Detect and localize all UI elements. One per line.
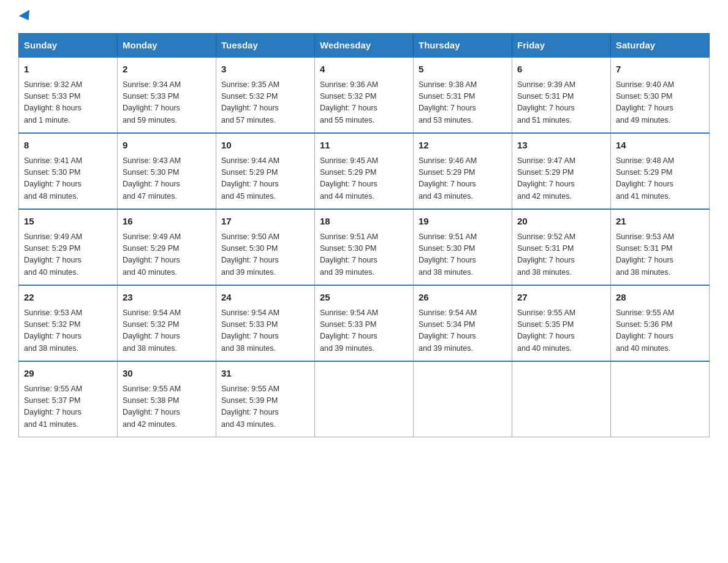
header-saturday: Saturday	[611, 34, 710, 58]
calendar-header-row: SundayMondayTuesdayWednesdayThursdayFrid…	[19, 34, 710, 58]
day-number: 21	[616, 215, 704, 229]
calendar-cell: 6Sunrise: 9:39 AM Sunset: 5:31 PM Daylig…	[512, 57, 611, 133]
day-info: Sunrise: 9:34 AM Sunset: 5:33 PM Dayligh…	[123, 79, 211, 127]
calendar-cell: 3Sunrise: 9:35 AM Sunset: 5:32 PM Daylig…	[216, 57, 315, 133]
calendar-cell: 12Sunrise: 9:46 AM Sunset: 5:29 PM Dayli…	[414, 133, 512, 209]
day-number: 29	[24, 367, 112, 381]
calendar-cell: 29Sunrise: 9:55 AM Sunset: 5:37 PM Dayli…	[19, 361, 118, 437]
day-info: Sunrise: 9:38 AM Sunset: 5:31 PM Dayligh…	[419, 79, 507, 127]
calendar-cell: 26Sunrise: 9:54 AM Sunset: 5:34 PM Dayli…	[414, 285, 512, 361]
day-info: Sunrise: 9:51 AM Sunset: 5:30 PM Dayligh…	[419, 231, 507, 279]
calendar-cell	[512, 361, 611, 437]
header-thursday: Thursday	[414, 34, 512, 58]
calendar-cell	[315, 361, 414, 437]
calendar-table: SundayMondayTuesdayWednesdayThursdayFrid…	[18, 33, 710, 437]
calendar-cell: 30Sunrise: 9:55 AM Sunset: 5:38 PM Dayli…	[118, 361, 216, 437]
day-info: Sunrise: 9:55 AM Sunset: 5:35 PM Dayligh…	[517, 307, 605, 355]
day-number: 28	[616, 291, 704, 305]
calendar-cell: 19Sunrise: 9:51 AM Sunset: 5:30 PM Dayli…	[414, 209, 512, 285]
calendar-cell: 31Sunrise: 9:55 AM Sunset: 5:39 PM Dayli…	[216, 361, 315, 437]
header-sunday: Sunday	[19, 34, 118, 58]
day-number: 7	[616, 63, 704, 77]
day-number: 15	[24, 215, 112, 229]
calendar-cell: 7Sunrise: 9:40 AM Sunset: 5:30 PM Daylig…	[611, 57, 710, 133]
calendar-cell: 15Sunrise: 9:49 AM Sunset: 5:29 PM Dayli…	[19, 209, 118, 285]
calendar-cell: 22Sunrise: 9:53 AM Sunset: 5:32 PM Dayli…	[19, 285, 118, 361]
logo-triangle-icon	[19, 10, 34, 23]
day-info: Sunrise: 9:52 AM Sunset: 5:31 PM Dayligh…	[517, 231, 605, 279]
week-row-3: 15Sunrise: 9:49 AM Sunset: 5:29 PM Dayli…	[19, 209, 710, 285]
calendar-cell: 21Sunrise: 9:53 AM Sunset: 5:31 PM Dayli…	[611, 209, 710, 285]
calendar-cell: 28Sunrise: 9:55 AM Sunset: 5:36 PM Dayli…	[611, 285, 710, 361]
header-friday: Friday	[512, 34, 611, 58]
header-monday: Monday	[118, 34, 216, 58]
day-number: 31	[221, 367, 309, 381]
calendar-cell: 24Sunrise: 9:54 AM Sunset: 5:33 PM Dayli…	[216, 285, 315, 361]
day-info: Sunrise: 9:35 AM Sunset: 5:32 PM Dayligh…	[221, 79, 309, 127]
logo	[18, 12, 32, 21]
day-number: 22	[24, 291, 112, 305]
calendar-cell: 18Sunrise: 9:51 AM Sunset: 5:30 PM Dayli…	[315, 209, 414, 285]
day-info: Sunrise: 9:53 AM Sunset: 5:32 PM Dayligh…	[24, 307, 112, 355]
day-number: 9	[123, 139, 211, 153]
calendar-cell: 2Sunrise: 9:34 AM Sunset: 5:33 PM Daylig…	[118, 57, 216, 133]
header-wednesday: Wednesday	[315, 34, 414, 58]
day-number: 18	[320, 215, 408, 229]
day-number: 1	[24, 63, 112, 77]
day-info: Sunrise: 9:32 AM Sunset: 5:33 PM Dayligh…	[24, 79, 112, 127]
day-info: Sunrise: 9:41 AM Sunset: 5:30 PM Dayligh…	[24, 155, 112, 203]
day-info: Sunrise: 9:45 AM Sunset: 5:29 PM Dayligh…	[320, 155, 408, 203]
day-info: Sunrise: 9:54 AM Sunset: 5:32 PM Dayligh…	[123, 307, 211, 355]
calendar-cell: 17Sunrise: 9:50 AM Sunset: 5:30 PM Dayli…	[216, 209, 315, 285]
day-info: Sunrise: 9:55 AM Sunset: 5:36 PM Dayligh…	[616, 307, 704, 355]
calendar-cell: 25Sunrise: 9:54 AM Sunset: 5:33 PM Dayli…	[315, 285, 414, 361]
day-number: 10	[221, 139, 309, 153]
day-number: 27	[517, 291, 605, 305]
calendar-cell: 16Sunrise: 9:49 AM Sunset: 5:29 PM Dayli…	[118, 209, 216, 285]
day-info: Sunrise: 9:54 AM Sunset: 5:34 PM Dayligh…	[419, 307, 507, 355]
day-number: 23	[123, 291, 211, 305]
day-info: Sunrise: 9:50 AM Sunset: 5:30 PM Dayligh…	[221, 231, 309, 279]
day-number: 25	[320, 291, 408, 305]
calendar-cell: 13Sunrise: 9:47 AM Sunset: 5:29 PM Dayli…	[512, 133, 611, 209]
day-number: 19	[419, 215, 507, 229]
calendar-cell: 14Sunrise: 9:48 AM Sunset: 5:29 PM Dayli…	[611, 133, 710, 209]
week-row-4: 22Sunrise: 9:53 AM Sunset: 5:32 PM Dayli…	[19, 285, 710, 361]
calendar-cell: 23Sunrise: 9:54 AM Sunset: 5:32 PM Dayli…	[118, 285, 216, 361]
week-row-1: 1Sunrise: 9:32 AM Sunset: 5:33 PM Daylig…	[19, 57, 710, 133]
day-info: Sunrise: 9:43 AM Sunset: 5:30 PM Dayligh…	[123, 155, 211, 203]
day-number: 16	[123, 215, 211, 229]
day-number: 26	[419, 291, 507, 305]
day-info: Sunrise: 9:55 AM Sunset: 5:38 PM Dayligh…	[123, 383, 211, 431]
day-info: Sunrise: 9:49 AM Sunset: 5:29 PM Dayligh…	[24, 231, 112, 279]
calendar-cell: 11Sunrise: 9:45 AM Sunset: 5:29 PM Dayli…	[315, 133, 414, 209]
header-tuesday: Tuesday	[216, 34, 315, 58]
day-number: 8	[24, 139, 112, 153]
day-info: Sunrise: 9:48 AM Sunset: 5:29 PM Dayligh…	[616, 155, 704, 203]
day-number: 24	[221, 291, 309, 305]
day-number: 5	[419, 63, 507, 77]
day-number: 4	[320, 63, 408, 77]
calendar-cell: 9Sunrise: 9:43 AM Sunset: 5:30 PM Daylig…	[118, 133, 216, 209]
day-number: 3	[221, 63, 309, 77]
day-number: 17	[221, 215, 309, 229]
day-info: Sunrise: 9:53 AM Sunset: 5:31 PM Dayligh…	[616, 231, 704, 279]
day-info: Sunrise: 9:49 AM Sunset: 5:29 PM Dayligh…	[123, 231, 211, 279]
page-header	[18, 12, 710, 21]
day-info: Sunrise: 9:39 AM Sunset: 5:31 PM Dayligh…	[517, 79, 605, 127]
day-info: Sunrise: 9:55 AM Sunset: 5:39 PM Dayligh…	[221, 383, 309, 431]
day-number: 12	[419, 139, 507, 153]
week-row-2: 8Sunrise: 9:41 AM Sunset: 5:30 PM Daylig…	[19, 133, 710, 209]
calendar-cell: 8Sunrise: 9:41 AM Sunset: 5:30 PM Daylig…	[19, 133, 118, 209]
calendar-cell: 27Sunrise: 9:55 AM Sunset: 5:35 PM Dayli…	[512, 285, 611, 361]
day-number: 2	[123, 63, 211, 77]
day-number: 30	[123, 367, 211, 381]
calendar-cell: 10Sunrise: 9:44 AM Sunset: 5:29 PM Dayli…	[216, 133, 315, 209]
day-info: Sunrise: 9:51 AM Sunset: 5:30 PM Dayligh…	[320, 231, 408, 279]
calendar-cell: 4Sunrise: 9:36 AM Sunset: 5:32 PM Daylig…	[315, 57, 414, 133]
day-info: Sunrise: 9:55 AM Sunset: 5:37 PM Dayligh…	[24, 383, 112, 431]
week-row-5: 29Sunrise: 9:55 AM Sunset: 5:37 PM Dayli…	[19, 361, 710, 437]
day-number: 13	[517, 139, 605, 153]
calendar-cell: 5Sunrise: 9:38 AM Sunset: 5:31 PM Daylig…	[414, 57, 512, 133]
day-number: 20	[517, 215, 605, 229]
